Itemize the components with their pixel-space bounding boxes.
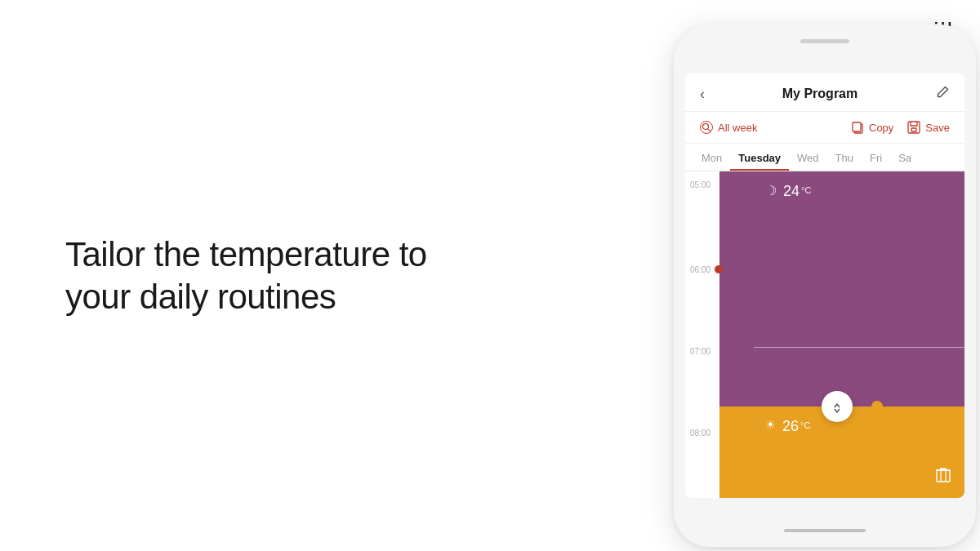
time-label-0700: 07:00: [690, 347, 710, 356]
svg-rect-6: [937, 470, 950, 482]
tab-sat[interactable]: Sa: [890, 144, 920, 171]
action-row: All week Copy Save: [685, 112, 964, 144]
home-bar: [784, 529, 866, 532]
phone-screen: ‹ My Program: [685, 73, 964, 498]
night-temp-block: ☽ 24 °C: [719, 171, 964, 407]
day-tabs: Mon Tuesday Wed Thu Fri Sa: [685, 144, 964, 171]
edit-button[interactable]: [935, 85, 950, 103]
svg-line-1: [708, 129, 710, 131]
copy-button[interactable]: Copy: [850, 120, 893, 135]
tab-tuesday[interactable]: Tuesday: [730, 144, 789, 171]
search-icon: [700, 121, 713, 134]
delete-button[interactable]: [932, 464, 955, 487]
time-indicator-dot: [715, 265, 723, 273]
tab-thu[interactable]: Thu: [827, 144, 862, 171]
all-week-button[interactable]: All week: [700, 121, 757, 134]
phone-shell: ‹ My Program: [674, 24, 976, 547]
drag-handle[interactable]: [822, 391, 853, 422]
save-button[interactable]: Save: [906, 120, 950, 135]
tab-mon[interactable]: Mon: [693, 144, 730, 171]
time-label-0500: 05:00: [690, 180, 710, 189]
svg-rect-5: [911, 128, 916, 131]
svg-point-0: [703, 124, 709, 130]
orange-dot-marker: [871, 401, 883, 412]
hero-content: Tailor the temperature to your daily rou…: [65, 233, 427, 318]
morning-temp-block: ☀ 26 °C: [719, 407, 964, 498]
morning-temp-label: ☀ 26 °C: [765, 418, 810, 435]
phone-speaker: [800, 39, 849, 43]
phone-mockup: ‹ My Program: [662, 24, 980, 551]
screen-title: My Program: [782, 87, 858, 101]
copy-icon: [850, 120, 865, 135]
time-label-0800: 08:00: [690, 429, 710, 438]
headline: Tailor the temperature to your daily rou…: [65, 233, 427, 318]
time-label-0600: 06:00: [690, 265, 710, 274]
screen-header: ‹ My Program: [685, 73, 964, 112]
time-divider-line: [754, 347, 964, 348]
chart-area: ☽ 24 °C 05:00 06:00 07:00 08:00: [685, 171, 964, 498]
night-temp-label: ☽ 24 °C: [765, 183, 811, 200]
tab-fri[interactable]: Fri: [862, 144, 890, 171]
save-icon: [906, 120, 921, 135]
back-button[interactable]: ‹: [700, 86, 705, 103]
moon-icon: ☽: [765, 183, 777, 198]
svg-rect-3: [853, 122, 861, 131]
sun-icon: ☀: [765, 418, 776, 431]
tab-wed[interactable]: Wed: [789, 144, 827, 171]
